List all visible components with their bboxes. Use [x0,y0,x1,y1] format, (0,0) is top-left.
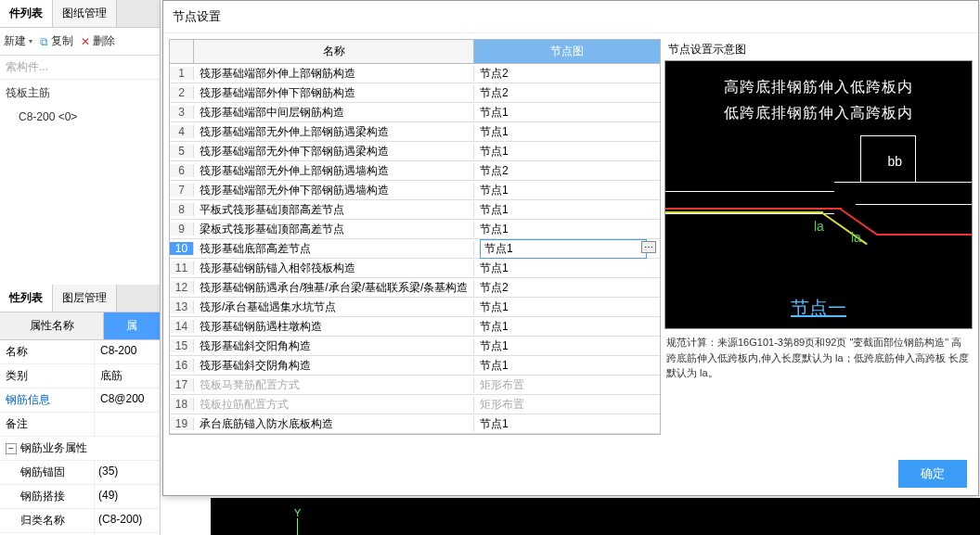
left-top-tabs: 件列表 图纸管理 [0,0,160,28]
table-row[interactable]: 2筏形基础端部外伸下部钢筋构造节点2 [170,83,660,103]
prop-key: 钢筋信息 [0,389,95,412]
table-row[interactable]: 15筏形基础斜交阳角构造节点1 [170,337,660,356]
row-number: 8 [170,203,194,216]
row-name: 筏形基础端部无外伸下部钢筋遇墙构造 [194,183,474,198]
node-cell[interactable]: 节点1 [474,416,660,432]
row-number: 6 [170,164,194,177]
table-row[interactable]: 14筏形基础钢筋遇柱墩构造节点1 [170,317,660,337]
node-cell[interactable]: 节点1 [474,144,660,159]
node-cell[interactable]: 节点1 [474,105,660,121]
node-cell[interactable]: 节点1 [474,358,660,374]
node-cell[interactable]: 节点1 [474,299,660,315]
row-number: 1 [170,67,194,80]
table-row[interactable]: 3筏形基础端部中间层钢筋构造节点1 [170,103,660,122]
row-number: 18 [170,398,194,411]
preview-title: 节点设置示意图 [664,39,973,60]
sub-prop-value[interactable]: (49) [95,485,160,508]
delete-icon: ✕ [81,35,90,48]
table-row[interactable]: 18筏板拉筋配置方式矩形布置 [170,395,660,414]
node-cell[interactable]: 节点2 [474,280,660,296]
node-cell[interactable]: 节点2 [474,66,660,82]
table-row[interactable]: 1筏形基础端部外伸上部钢筋构造节点2 [170,64,660,83]
prop-row[interactable]: 类别底筋 [0,364,160,389]
sub-prop-key: 钢筋锚固 [0,461,95,484]
tab-components[interactable]: 件列表 [0,0,53,27]
row-number: 12 [170,281,194,294]
row-number: 3 [170,106,194,119]
prop-group-rebar[interactable]: − 钢筋业务属性 [0,437,160,461]
dialog-title: 节点设置 [163,1,978,33]
sub-prop-row[interactable]: 钢筋搭接(49) [0,485,160,509]
node-cell[interactable]: 节点1 [474,124,660,140]
tab-properties[interactable]: 性列表 [0,285,53,312]
y-axis-label: Y [294,507,301,518]
prop-header: 属性名称 属 [0,312,160,340]
table-row[interactable]: 7筏形基础端部无外伸下部钢筋遇墙构造节点1 [170,181,660,200]
table-row[interactable]: 12筏形基础钢筋遇承台/独基/承台梁/基础联系梁/条基构造节点2 [170,278,660,298]
col-num [170,40,194,63]
search-input[interactable]: 索构件... [0,56,160,80]
new-button[interactable]: 新建▾ [4,33,32,49]
preview-line2: 低跨底排钢筋伸入高跨板内 [665,104,972,123]
ok-button[interactable]: 确定 [898,460,967,488]
row-name: 筏形基础端部外伸上部钢筋构造 [194,66,474,82]
prop-value[interactable]: C8@200 [95,389,160,412]
preview-panel: 节点设置示意图 高跨底排钢筋伸入低跨板内 低跨底排钢筋伸入高跨板内 bb la … [664,39,973,435]
prop-row[interactable]: 钢筋信息C8@200 [0,389,160,413]
tree-item[interactable]: C8-200 <0> [0,107,160,127]
col-node[interactable]: 节点图 [474,40,660,63]
sub-prop-value[interactable]: (C8-200) [95,509,160,532]
delete-button[interactable]: ✕删除 [81,33,115,49]
node-cell[interactable]: 矩形布置 [474,397,660,413]
table-row[interactable]: 13筏形/承台基础遇集水坑节点节点1 [170,298,660,317]
row-name: 筏形基础底部高差节点 [194,241,474,257]
row-name: 筏板拉筋配置方式 [194,397,474,413]
prop-value[interactable]: 底筋 [95,364,160,388]
sub-prop-row[interactable]: 归类名称(C8-200) [0,509,160,533]
prop-key: 名称 [0,340,95,363]
row-name: 筏形基础端部外伸下部钢筋构造 [194,85,474,101]
tab-drawings[interactable]: 图纸管理 [53,0,117,27]
row-number: 2 [170,86,194,99]
node-cell[interactable]: 矩形布置 [474,377,660,393]
node-cell[interactable]: 节点1 [474,202,660,218]
table-row[interactable]: 5筏形基础端部无外伸下部钢筋遇梁构造节点1 [170,142,660,161]
node-cell[interactable]: 节点1 [474,183,660,198]
prop-header-name: 属性名称 [0,312,104,339]
table-row[interactable]: 10筏形基础底部高差节点节点1⋯ [170,239,660,259]
table-row[interactable]: 16筏形基础斜交阴角构造节点1 [170,356,660,376]
prop-value[interactable] [95,413,160,436]
sub-prop-row[interactable]: 钢筋锚固(35) [0,461,160,485]
col-name: 名称 [194,40,474,63]
row-name: 筏形基础端部中间层钢筋构造 [194,105,474,121]
viewport-bottom: Y [211,498,980,535]
tab-layers[interactable]: 图层管理 [53,285,117,312]
node-cell[interactable]: 节点1 [474,338,660,354]
table-row[interactable]: 8平板式筏形基础顶部高差节点节点1 [170,200,660,220]
table-row[interactable]: 19承台底筋锚入防水底板构造节点1 [170,414,660,434]
collapse-icon: − [6,443,17,454]
node-cell[interactable]: 节点1 [474,319,660,335]
prop-value[interactable]: C8-200 [95,340,160,363]
row-number: 5 [170,145,194,158]
table-row[interactable]: 17筏板马凳筋配置方式矩形布置 [170,376,660,395]
sub-prop-value[interactable]: (35) [95,461,160,484]
node-cell[interactable]: 节点2 [474,85,660,101]
copy-button[interactable]: ⧉复制 [40,33,73,49]
table-row[interactable]: 9梁板式筏形基础顶部高差节点节点1 [170,220,660,239]
node-cell[interactable]: 节点1 [474,261,660,276]
prop-row[interactable]: 名称C8-200 [0,340,160,364]
prop-key: 类别 [0,364,95,388]
row-name: 筏形基础端部无外伸下部钢筋遇梁构造 [194,144,474,159]
prop-key: 备注 [0,413,95,436]
table-row[interactable]: 6筏形基础端部无外伸上部钢筋遇墙构造节点2 [170,161,660,181]
row-name: 筏形基础钢筋遇柱墩构造 [194,319,474,335]
node-cell-editing[interactable]: 节点1⋯ [474,239,660,259]
table-row[interactable]: 11筏形基础钢筋锚入相邻筏板构造节点1 [170,259,660,278]
prop-row[interactable]: 备注 [0,413,160,437]
ellipsis-button[interactable]: ⋯ [641,241,656,253]
node-cell[interactable]: 节点1 [474,222,660,237]
row-name: 筏板马凳筋配置方式 [194,377,474,393]
node-cell[interactable]: 节点2 [474,163,660,179]
table-row[interactable]: 4筏形基础端部无外伸上部钢筋遇梁构造节点1 [170,122,660,142]
